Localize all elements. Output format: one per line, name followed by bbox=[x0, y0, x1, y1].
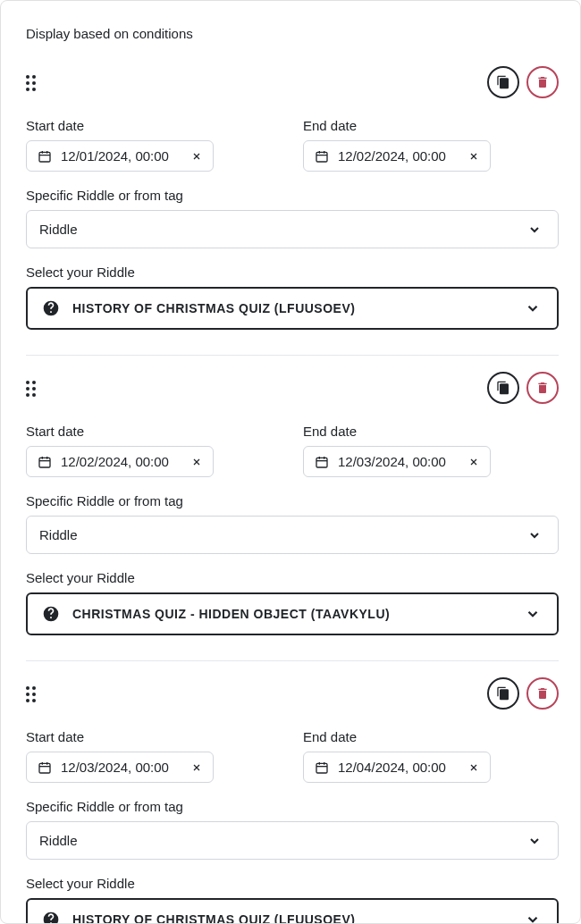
start-date-value: 12/03/2024, 00:00 bbox=[61, 760, 182, 775]
condition-block: Start date 12/03/2024, 00:00 End date 12… bbox=[26, 677, 559, 924]
section-title: Display based on conditions bbox=[26, 26, 559, 41]
end-date-value: 12/04/2024, 00:00 bbox=[338, 760, 459, 775]
clear-icon[interactable] bbox=[191, 457, 202, 467]
question-icon bbox=[42, 605, 60, 623]
end-date-label: End date bbox=[303, 118, 559, 133]
end-date-input[interactable]: 12/02/2024, 00:00 bbox=[303, 140, 491, 172]
drag-handle-icon[interactable] bbox=[26, 75, 40, 89]
end-date-value: 12/02/2024, 00:00 bbox=[338, 148, 459, 164]
calendar-icon bbox=[315, 455, 329, 469]
source-value: Riddle bbox=[39, 833, 78, 848]
delete-button[interactable] bbox=[526, 372, 559, 404]
end-date-input[interactable]: 12/03/2024, 00:00 bbox=[303, 446, 491, 477]
divider bbox=[26, 355, 559, 356]
chevron-down-icon bbox=[525, 300, 541, 316]
end-date-label: End date bbox=[303, 424, 559, 439]
riddle-value: HISTORY OF CHRISTMAS QUIZ (LFUUSOEV) bbox=[72, 301, 500, 315]
start-date-input[interactable]: 12/01/2024, 00:00 bbox=[26, 140, 214, 172]
clear-icon[interactable] bbox=[191, 151, 202, 162]
end-date-value: 12/03/2024, 00:00 bbox=[338, 454, 459, 469]
select-riddle-label: Select your Riddle bbox=[26, 265, 559, 280]
chevron-down-icon bbox=[525, 606, 541, 622]
source-select[interactable]: Riddle bbox=[26, 210, 559, 248]
question-icon bbox=[42, 299, 60, 317]
source-select[interactable]: Riddle bbox=[26, 516, 559, 554]
source-label: Specific Riddle or from tag bbox=[26, 188, 559, 203]
condition-block: Start date 12/02/2024, 00:00 End date 12… bbox=[26, 372, 559, 660]
calendar-icon bbox=[315, 149, 329, 164]
end-date-label: End date bbox=[303, 729, 559, 744]
clear-icon[interactable] bbox=[191, 762, 202, 773]
copy-button[interactable] bbox=[487, 677, 519, 710]
riddle-select[interactable]: HISTORY OF CHRISTMAS QUIZ (LFUUSOEV) bbox=[26, 287, 559, 330]
start-date-input[interactable]: 12/02/2024, 00:00 bbox=[26, 446, 214, 477]
calendar-icon bbox=[315, 760, 329, 775]
riddle-select[interactable]: CHRISTMAS QUIZ - HIDDEN OBJECT (TAAVKYLU… bbox=[26, 592, 559, 635]
start-date-label: Start date bbox=[26, 424, 282, 439]
riddle-value: HISTORY OF CHRISTMAS QUIZ (LFUUSOEV) bbox=[72, 912, 500, 924]
drag-handle-icon[interactable] bbox=[26, 686, 40, 701]
chevron-down-icon bbox=[527, 834, 542, 848]
question-icon bbox=[42, 911, 60, 924]
calendar-icon bbox=[38, 455, 52, 469]
start-date-value: 12/01/2024, 00:00 bbox=[61, 148, 182, 164]
svg-rect-13 bbox=[39, 458, 50, 467]
select-riddle-label: Select your Riddle bbox=[26, 876, 559, 891]
drag-handle-icon[interactable] bbox=[26, 381, 40, 395]
calendar-icon bbox=[38, 149, 52, 164]
copy-icon bbox=[496, 75, 510, 89]
riddle-value: CHRISTMAS QUIZ - HIDDEN OBJECT (TAAVKYLU… bbox=[72, 607, 500, 621]
chevron-down-icon bbox=[527, 528, 542, 542]
delete-button[interactable] bbox=[526, 66, 559, 98]
copy-icon bbox=[496, 381, 510, 395]
start-date-label: Start date bbox=[26, 118, 282, 133]
source-select[interactable]: Riddle bbox=[26, 821, 559, 860]
trash-icon bbox=[535, 381, 550, 395]
clear-icon[interactable] bbox=[468, 151, 479, 162]
delete-button[interactable] bbox=[526, 677, 559, 710]
divider bbox=[26, 660, 559, 661]
riddle-select[interactable]: HISTORY OF CHRISTMAS QUIZ (LFUUSOEV) bbox=[26, 898, 559, 924]
end-date-input[interactable]: 12/04/2024, 00:00 bbox=[303, 752, 491, 783]
svg-rect-26 bbox=[39, 763, 50, 773]
source-label: Specific Riddle or from tag bbox=[26, 799, 559, 814]
trash-icon bbox=[535, 75, 550, 89]
start-date-label: Start date bbox=[26, 729, 282, 744]
start-date-input[interactable]: 12/03/2024, 00:00 bbox=[26, 752, 214, 783]
trash-icon bbox=[535, 686, 550, 701]
condition-block: Start date 12/01/2024, 00:00 End date 12… bbox=[26, 66, 559, 355]
svg-rect-0 bbox=[39, 152, 50, 162]
start-date-value: 12/02/2024, 00:00 bbox=[61, 454, 182, 469]
copy-button[interactable] bbox=[487, 66, 519, 98]
svg-rect-19 bbox=[316, 458, 327, 467]
source-value: Riddle bbox=[39, 527, 78, 542]
source-label: Specific Riddle or from tag bbox=[26, 493, 559, 508]
chevron-down-icon bbox=[525, 911, 541, 924]
calendar-icon bbox=[38, 760, 52, 775]
copy-button[interactable] bbox=[487, 372, 519, 404]
copy-icon bbox=[496, 686, 510, 701]
chevron-down-icon bbox=[527, 223, 542, 237]
clear-icon[interactable] bbox=[468, 457, 479, 467]
svg-rect-32 bbox=[316, 763, 327, 773]
select-riddle-label: Select your Riddle bbox=[26, 570, 559, 585]
clear-icon[interactable] bbox=[468, 762, 479, 773]
svg-rect-6 bbox=[316, 152, 327, 162]
source-value: Riddle bbox=[39, 222, 78, 237]
